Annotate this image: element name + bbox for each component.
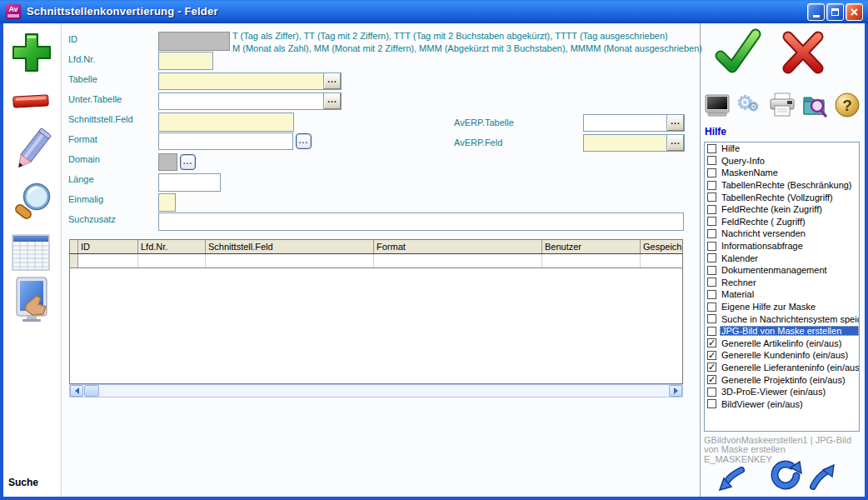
help-list-item[interactable]: Material xyxy=(705,288,859,301)
help-list-item[interactable]: ✓Generelle Lieferanteninfo (ein/aus) xyxy=(705,362,859,374)
grid-cell[interactable] xyxy=(78,254,138,268)
help-list-item[interactable]: 3D-ProE-Viewer (ein/aus) xyxy=(705,386,859,398)
edit-record-button[interactable] xyxy=(10,126,53,178)
checkbox[interactable]: ✓ xyxy=(707,362,716,372)
help-list-item[interactable]: Kalender xyxy=(705,252,859,264)
grid-horizontal-scrollbar[interactable] xyxy=(69,384,683,398)
tabelle-browse-button[interactable]: ... xyxy=(323,73,341,89)
titlebar[interactable]: Av Schnittstellenkonvertierung - Felder xyxy=(0,0,868,23)
grid-cell[interactable] xyxy=(206,254,374,268)
averp-tabelle-browse-button[interactable]: ... xyxy=(666,115,684,131)
format-field[interactable] xyxy=(158,132,293,150)
checkbox[interactable] xyxy=(707,399,716,408)
scroll-left-button[interactable] xyxy=(70,385,83,397)
help-list-item[interactable]: BildViewer (ein/aus) xyxy=(705,398,859,410)
grid-cell[interactable] xyxy=(641,254,683,268)
select-mask-button[interactable] xyxy=(12,276,52,328)
help-list-item[interactable]: ✓Generelle Artikelinfo (ein/aus) xyxy=(705,338,859,350)
averp-feld-browse-button[interactable]: ... xyxy=(666,135,684,151)
help-list-item[interactable]: Informationsabfrage xyxy=(705,240,859,252)
suchzusatz-field[interactable] xyxy=(158,212,684,231)
print-button[interactable] xyxy=(769,92,796,118)
unter-tabelle-browse-button[interactable]: ... xyxy=(323,93,341,109)
checkbox[interactable] xyxy=(707,253,716,262)
scroll-thumb[interactable] xyxy=(84,385,99,397)
maximize-button[interactable] xyxy=(826,3,844,21)
nav-forward-button[interactable] xyxy=(810,463,836,493)
nav-back-button[interactable] xyxy=(718,467,745,495)
grid-cell[interactable] xyxy=(138,254,206,268)
checkbox[interactable] xyxy=(707,156,716,165)
help-list-item[interactable]: TabellenRechte (Vollzugriff) xyxy=(705,191,859,203)
settings-button[interactable]: ⚙⚙ xyxy=(736,92,763,118)
unter-tabelle-field[interactable] xyxy=(159,93,323,109)
averp-feld-field[interactable] xyxy=(584,135,666,151)
format-browse-button[interactable]: ... xyxy=(296,133,312,149)
einmalig-field[interactable] xyxy=(158,193,176,212)
help-list-item[interactable]: ✓Generelle Kundeninfo (ein/aus) xyxy=(705,349,859,362)
column-header[interactable]: Format xyxy=(374,240,542,253)
help-list-item[interactable]: FeldRechte (kein Zugriff) xyxy=(705,203,859,216)
help-list-item[interactable]: ✓Generelle Projektinfo (ein/aus) xyxy=(705,373,859,386)
help-list-item[interactable]: MaskenName xyxy=(705,167,859,179)
domain-field xyxy=(158,153,177,171)
checkbox[interactable] xyxy=(707,229,716,238)
domain-browse-button[interactable]: ... xyxy=(180,154,196,170)
help-list-item[interactable]: TabellenRechte (Beschränkung) xyxy=(705,179,859,192)
grid-empty-row[interactable] xyxy=(70,254,682,268)
close-button[interactable] xyxy=(846,3,863,21)
checkbox[interactable] xyxy=(707,192,716,202)
checkbox[interactable] xyxy=(707,290,716,299)
checkbox[interactable] xyxy=(707,327,716,336)
checkbox[interactable] xyxy=(707,181,716,190)
delete-record-button[interactable] xyxy=(12,92,50,114)
row-selector-cell[interactable] xyxy=(70,254,78,268)
help-list-item[interactable]: Dokumentenmanagement xyxy=(705,264,859,277)
laenge-field[interactable] xyxy=(158,173,221,192)
help-button[interactable]: ? xyxy=(834,92,861,118)
checkbox[interactable] xyxy=(707,278,716,287)
checkbox[interactable] xyxy=(707,205,716,214)
table-view-button[interactable] xyxy=(12,234,50,274)
schnittstell-feld-field[interactable] xyxy=(158,112,294,132)
ok-button[interactable] xyxy=(710,27,765,80)
minimize-button[interactable] xyxy=(807,3,825,21)
checkbox[interactable]: ✓ xyxy=(707,351,716,360)
checkbox[interactable]: ✓ xyxy=(707,338,716,348)
scroll-right-button[interactable] xyxy=(669,385,682,397)
averp-tabelle-field[interactable] xyxy=(584,115,666,131)
query-button[interactable] xyxy=(801,92,828,118)
search-records-button[interactable] xyxy=(10,179,53,231)
screen-button[interactable] xyxy=(704,92,731,118)
cancel-button[interactable] xyxy=(778,30,828,78)
lfd-nr-field[interactable] xyxy=(158,52,213,70)
checkbox[interactable] xyxy=(707,302,716,312)
help-list-item[interactable]: Nachricht versenden xyxy=(705,228,859,240)
help-list-item[interactable]: JPG-Bild von Maske erstellen xyxy=(705,325,859,338)
help-list-item[interactable]: Suche in Nachrichtensystem speichern xyxy=(705,312,859,325)
checkbox[interactable]: ✓ xyxy=(707,375,716,384)
column-header[interactable]: Lfd.Nr. xyxy=(138,240,206,253)
help-item-label: Nachricht versenden xyxy=(720,228,859,238)
column-header[interactable]: Benutzer xyxy=(542,240,641,253)
help-list-item[interactable]: Rechner xyxy=(705,277,859,289)
tabelle-field[interactable] xyxy=(159,73,323,89)
checkbox[interactable] xyxy=(707,242,716,251)
help-list-item[interactable]: Eigene Hilfe zur Maske xyxy=(705,301,859,313)
checkbox[interactable] xyxy=(707,314,716,323)
checkbox[interactable] xyxy=(707,388,716,397)
checkbox[interactable] xyxy=(707,168,716,178)
help-list-item[interactable]: FeldRechte ( Zugriff) xyxy=(705,216,859,228)
add-record-button[interactable] xyxy=(10,31,53,78)
checkbox[interactable] xyxy=(707,144,716,153)
column-header[interactable]: Gespeichert xyxy=(641,240,683,253)
column-header[interactable]: Schnittstell.Feld xyxy=(206,240,374,253)
checkbox[interactable] xyxy=(707,266,716,275)
checkbox[interactable] xyxy=(707,217,716,226)
grid-cell[interactable] xyxy=(542,254,641,268)
column-header[interactable]: ID xyxy=(78,240,138,253)
refresh-button[interactable] xyxy=(768,460,803,498)
help-list-item[interactable]: Hilfe xyxy=(705,142,859,155)
grid-cell[interactable] xyxy=(374,254,542,268)
help-list-item[interactable]: Query-Info xyxy=(705,155,859,168)
